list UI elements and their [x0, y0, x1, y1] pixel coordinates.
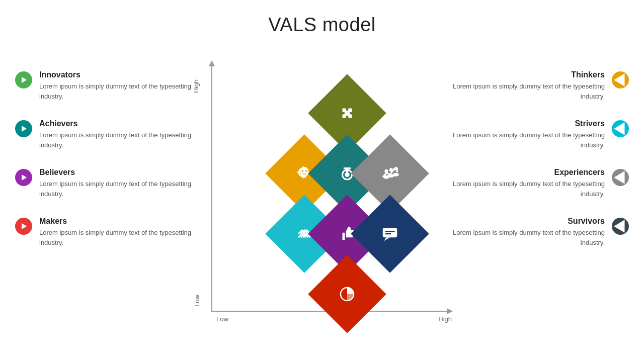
survivors-label: Survivors	[453, 217, 605, 226]
svg-point-14	[300, 167, 309, 176]
achievers-desc: Lorem ipsum is simply dummy text of the …	[39, 130, 191, 150]
svg-point-23	[389, 168, 393, 171]
experiencers-label: Experiencers	[453, 168, 605, 177]
makers-desc: Lorem ipsum is simply dummy text of the …	[39, 228, 191, 247]
diamond-bottom-icon	[330, 277, 365, 312]
left-item-achievers: Achievers Lorem ipsum is simply dummy te…	[15, 119, 191, 150]
strivers-icon	[612, 120, 629, 137]
svg-marker-7	[614, 220, 624, 233]
makers-label: Makers	[39, 217, 191, 226]
diamond-grid	[242, 80, 453, 312]
svg-point-19	[345, 172, 350, 177]
makers-icon	[15, 218, 32, 235]
y-axis	[211, 65, 212, 312]
svg-point-27	[393, 173, 399, 176]
survivors-desc: Lorem ipsum is simply dummy text of the …	[453, 228, 605, 247]
right-item-experiencers: Experiencers Lorem ipsum is simply dummy…	[453, 168, 629, 199]
svg-point-16	[302, 170, 304, 172]
x-label-high: High	[438, 315, 452, 323]
svg-marker-6	[614, 171, 624, 184]
x-label-low: Low	[216, 315, 228, 323]
svg-marker-2	[22, 174, 27, 180]
chart-area: High Low Low High	[176, 55, 468, 347]
diamond-bottom	[308, 255, 386, 333]
thinkers-icon	[612, 71, 629, 88]
svg-point-17	[305, 170, 307, 172]
diamond-low-right-icon	[372, 216, 408, 251]
believers-label: Believers	[39, 168, 191, 177]
thinkers-desc: Lorem ipsum is simply dummy text of the …	[453, 81, 605, 101]
thinkers-label: Thinkers	[453, 70, 605, 79]
axis-container: High Low Low High	[211, 65, 448, 332]
experiencers-desc: Lorem ipsum is simply dummy text of the …	[453, 179, 605, 199]
page-title: VALS model	[0, 0, 644, 36]
innovators-desc: Lorem ipsum is simply dummy text of the …	[39, 81, 191, 101]
believers-icon	[15, 169, 32, 186]
right-item-survivors: Survivors Lorem ipsum is simply dummy te…	[453, 217, 629, 247]
y-label-high: High	[192, 79, 200, 93]
believers-desc: Lorem ipsum is simply dummy text of the …	[39, 179, 191, 199]
diamond-top-icon	[330, 96, 365, 131]
strivers-label: Strivers	[453, 119, 605, 128]
right-item-strivers: Strivers Lorem ipsum is simply dummy tex…	[453, 119, 629, 150]
left-item-believers: Believers Lorem ipsum is simply dummy te…	[15, 168, 191, 199]
svg-rect-28	[383, 228, 397, 237]
svg-marker-1	[22, 126, 27, 132]
experiencers-icon	[612, 169, 629, 186]
innovators-icon	[15, 71, 32, 88]
strivers-desc: Lorem ipsum is simply dummy text of the …	[453, 130, 605, 150]
right-panel: Thinkers Lorem ipsum is simply dummy tex…	[453, 70, 644, 247]
survivors-icon	[612, 218, 629, 235]
svg-marker-5	[614, 122, 624, 135]
achievers-label: Achievers	[39, 119, 191, 128]
svg-rect-31	[385, 233, 391, 234]
svg-rect-15	[302, 176, 306, 178]
svg-marker-29	[384, 237, 390, 241]
left-item-makers: Makers Lorem ipsum is simply dummy text …	[15, 217, 191, 247]
svg-point-22	[384, 169, 388, 173]
y-label-low: Low	[193, 295, 201, 307]
svg-marker-4	[614, 73, 624, 86]
svg-point-24	[394, 167, 397, 170]
y-axis-arrow	[209, 60, 215, 66]
svg-marker-3	[22, 223, 27, 229]
left-item-innovators: Innovators Lorem ipsum is simply dummy t…	[15, 70, 191, 101]
innovators-label: Innovators	[39, 70, 191, 79]
right-item-thinkers: Thinkers Lorem ipsum is simply dummy tex…	[453, 70, 629, 101]
svg-rect-21	[344, 167, 351, 169]
svg-rect-30	[385, 231, 395, 232]
diamond-mid-right-icon	[372, 156, 408, 191]
diamond-low-right	[351, 195, 429, 273]
left-panel: Innovators Lorem ipsum is simply dummy t…	[0, 70, 191, 247]
achievers-icon	[15, 120, 32, 137]
svg-marker-0	[22, 77, 27, 83]
